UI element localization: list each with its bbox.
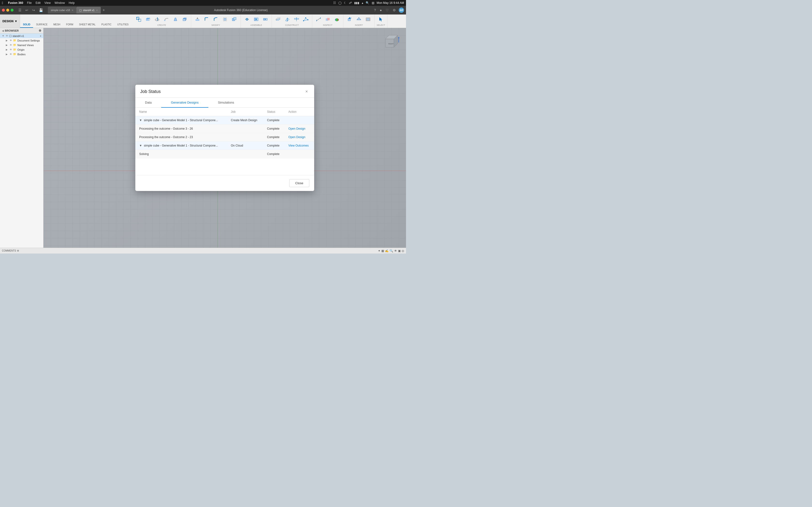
attach-canvas-tool[interactable] [364, 15, 372, 23]
menubar-help[interactable]: Help [67, 1, 77, 5]
tab-utilities[interactable]: UTILITIES [114, 14, 132, 28]
extrude-tool[interactable] [144, 15, 152, 23]
browser-collapse-btn[interactable]: ◀ [2, 30, 4, 32]
comments-settings-icon[interactable]: ⚙ [17, 249, 19, 252]
plane-angle-tool[interactable] [283, 15, 292, 23]
row1-expand-btn[interactable]: ▼ [139, 119, 142, 122]
browser-item-bodies[interactable]: ▶ 👁 📁 Bodies [4, 52, 43, 56]
open-design-btn-2[interactable]: Open Design [288, 135, 305, 139]
insert-derive-tool[interactable] [345, 15, 354, 23]
stand4-settings-icon[interactable]: ● [40, 35, 41, 37]
visibility-eye-bodies[interactable]: 👁 [10, 53, 12, 56]
apple-icon[interactable]:  [2, 1, 3, 5]
row2-expand-btn[interactable]: ▼ [139, 144, 142, 147]
interference-tool[interactable] [323, 15, 332, 23]
measure-tool[interactable] [314, 15, 323, 23]
window-minimize-btn[interactable] [6, 9, 9, 12]
settings-btn[interactable]: ⚙ [392, 8, 397, 12]
window-close-btn[interactable] [2, 9, 5, 12]
expand-arrow-stand4[interactable]: ▼ [2, 35, 5, 37]
select-tool[interactable] [376, 15, 385, 23]
modal-tab-generative[interactable]: Generative Designs [161, 98, 208, 108]
browser-item-named-views[interactable]: ▶ 👁 📁 Named Views [4, 43, 43, 47]
tab-close-active-btn[interactable]: ✕ [96, 9, 98, 12]
cursor-icon[interactable]: ✦ [378, 249, 380, 252]
modal-tab-simulations[interactable]: Simulations [208, 98, 244, 108]
box-tool[interactable] [180, 15, 189, 23]
new-component-tool[interactable] [134, 15, 143, 23]
modal-tab-data[interactable]: Data [135, 98, 161, 108]
redo-btn[interactable]: ↪ [31, 8, 36, 12]
rigid-group-tool[interactable] [261, 15, 270, 23]
undo-btn[interactable]: ↩ [24, 8, 29, 12]
browser-item-stand4[interactable]: ▼ 👁 ▢ stand4 v1 ● [0, 34, 43, 38]
sweep-tool[interactable] [162, 15, 170, 23]
tab-stand4[interactable]: ▢ stand4 v1 ✕ [77, 7, 101, 13]
menubar-search-icon[interactable]: 🔍 [366, 1, 369, 5]
tab-form[interactable]: FORM [63, 14, 76, 28]
browser-item-origin[interactable]: ▶ 👁 📁 Origin [4, 47, 43, 52]
visibility-eye-named-views[interactable]: 👁 [10, 44, 12, 46]
display-icon[interactable]: ▣ [398, 249, 401, 252]
menubar-view[interactable]: View [43, 1, 53, 5]
row2-action[interactable]: View Outcomes [285, 142, 314, 150]
as-built-joint-tool[interactable] [252, 15, 260, 23]
menubar-app-name[interactable]: Fusion 360 [6, 1, 25, 5]
open-design-btn-1[interactable]: Open Design [288, 127, 305, 130]
view-icon[interactable]: 👁 [394, 249, 397, 252]
visibility-eye-doc-settings[interactable]: 👁 [10, 39, 12, 42]
chamfer-tool[interactable] [211, 15, 220, 23]
browser-settings-btn[interactable]: ⚙ [39, 29, 41, 32]
scale-tool[interactable] [221, 15, 230, 23]
viewport[interactable]: RIGHT Job Status × Data Generative Desig… [44, 28, 406, 248]
tab-simple-cube[interactable]: simple cube v18 ✕ [48, 7, 77, 13]
zoom-icon[interactable]: 🔍 [390, 249, 393, 252]
visibility-eye-stand4[interactable]: 👁 [6, 35, 8, 37]
midplane-tool[interactable] [292, 15, 301, 23]
tab-plastic[interactable]: PLASTIC [99, 14, 114, 28]
close-dialog-btn[interactable]: Close [289, 179, 309, 187]
menubar-file[interactable]: File [25, 1, 34, 5]
loft-tool[interactable] [171, 15, 180, 23]
tab-sheet-metal[interactable]: SHEET METAL [76, 14, 99, 28]
insert-mesh-tool[interactable] [355, 15, 363, 23]
joint-tool[interactable] [243, 15, 251, 23]
revolve-tool[interactable] [153, 15, 161, 23]
tab-mesh[interactable]: MESH [51, 14, 63, 28]
offset-plane-tool[interactable] [274, 15, 283, 23]
save-btn[interactable]: 💾 [38, 8, 44, 12]
tab-surface[interactable]: SURFACE [33, 14, 50, 28]
modal-close-btn[interactable]: × [304, 89, 309, 95]
toolbar-toggle-btn[interactable]: ☰ [17, 8, 22, 12]
row1a-action[interactable]: Open Design [285, 125, 314, 133]
grid-icon[interactable]: ▦ [382, 249, 384, 252]
notifications-btn[interactable]: ♡ [385, 8, 390, 12]
menubar-window[interactable]: Window [53, 1, 67, 5]
expand-arrow-bodies[interactable]: ▶ [6, 53, 9, 56]
menubar-edit[interactable]: Edit [34, 1, 43, 5]
design-dropdown[interactable]: DESIGN ▼ [0, 14, 20, 28]
window-maximize-btn[interactable] [11, 9, 13, 12]
browser-item-doc-settings[interactable]: ▶ 👁 📁 Document Settings [4, 38, 43, 43]
plane-3-points-tool[interactable] [301, 15, 310, 23]
render-icon[interactable]: ◎ [402, 249, 404, 252]
visibility-eye-origin[interactable]: 👁 [10, 48, 12, 51]
fillet-tool[interactable] [202, 15, 211, 23]
comments-label[interactable]: COMMENTS [2, 249, 16, 252]
expand-arrow-origin[interactable]: ▶ [6, 48, 9, 51]
menubar-control-icon[interactable]: ▧ [372, 1, 374, 5]
help-btn[interactable]: ? [373, 8, 377, 12]
draft-analysis-tool[interactable] [333, 15, 341, 23]
tab-solid[interactable]: SOLID [20, 14, 33, 28]
expand-arrow-named-views[interactable]: ▶ [6, 44, 9, 46]
tab-close-btn[interactable]: ✕ [71, 9, 73, 12]
new-tab-btn[interactable]: + [101, 7, 107, 13]
hand-icon[interactable]: ✍ [385, 249, 389, 252]
combine-tool[interactable] [230, 15, 239, 23]
row1b-action[interactable]: Open Design [285, 133, 314, 142]
press-pull-tool[interactable] [193, 15, 202, 23]
account-btn[interactable]: ● [379, 8, 383, 12]
view-outcomes-btn[interactable]: View Outcomes [288, 144, 309, 147]
avatar[interactable]: AR [399, 7, 404, 13]
expand-arrow-doc-settings[interactable]: ▶ [6, 39, 9, 42]
